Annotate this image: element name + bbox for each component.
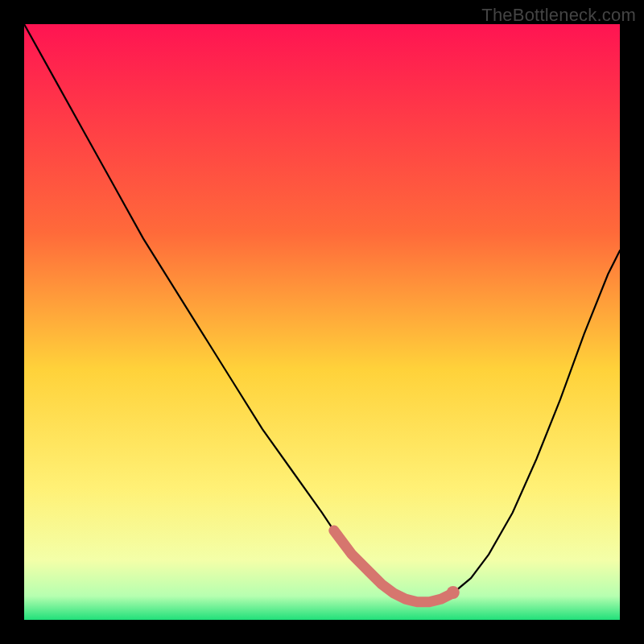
plot-svg [24,24,620,620]
watermark-text: TheBottleneck.com [481,5,636,26]
gradient-background [24,24,620,620]
bottleneck-plot [24,24,620,620]
chart-frame: TheBottleneck.com [0,0,644,644]
marker-dot [447,586,460,599]
